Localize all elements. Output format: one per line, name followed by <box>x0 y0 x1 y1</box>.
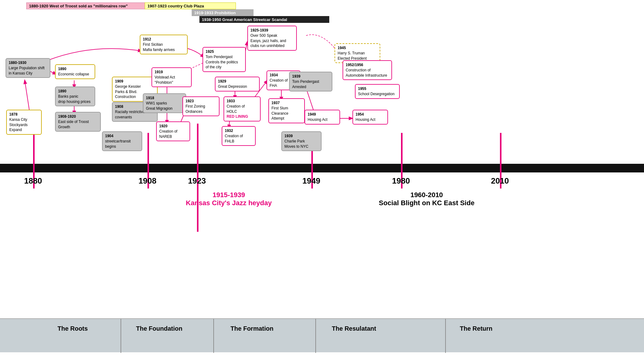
event-1890-economic-collapse: 1890 Economic collapse <box>55 64 95 79</box>
section-divider-3 <box>315 319 316 353</box>
event-1955-school-desegregation: 1955 School Desegregation <box>355 84 400 99</box>
section-divider-2 <box>213 319 214 353</box>
event-1880-1930-population: 1880-1930 Large Population shiftin Kansa… <box>6 58 50 78</box>
banner-prohibition: 1919-1933 Prohibition <box>192 9 254 16</box>
event-1949-housing-act: 1949 Housing Act <box>305 110 340 125</box>
year-1980: 1980 <box>392 176 410 186</box>
event-1937-first-slum-clearance: 1937 First SlumClearanceAttempt <box>268 98 305 123</box>
section-label-foundation: The Foundation <box>121 325 198 332</box>
event-1929-great-depression: 1929 Great Depression <box>215 77 260 91</box>
event-1918-ww1-great-migration: 1918 WW1 sparksGreat Migragion <box>143 93 186 113</box>
event-1890-banks-panic: 1890 Banks panicdrop housing prices <box>55 87 95 106</box>
year-1949: 1949 <box>302 176 320 186</box>
arrows-overlay <box>0 0 644 321</box>
event-1904-streetcar: 1904 streetcar/transitbegins <box>102 131 142 151</box>
year-1923: 1923 <box>188 176 206 186</box>
section-label-resultant: The Resulatant <box>315 325 393 332</box>
banner-country-club: 1907-1923 country Club Plaza <box>145 2 236 9</box>
section-label-return: The Return <box>445 325 507 332</box>
event-1912-first-sicilian-mafia: 1912 First SicilianMafia family arrives <box>140 35 188 54</box>
timeline-axis <box>0 164 644 172</box>
banner-millionaires-row: 1880-1920 West of Troost sold as "millio… <box>26 2 155 9</box>
year-2010: 2010 <box>491 176 509 186</box>
event-1919-volstead-act: 1919 Volstead Act"Prohibton" <box>151 67 192 87</box>
timeline-container: 1880-1920 West of Troost sold as "millio… <box>0 0 644 356</box>
section-label-roots: The Roots <box>34 325 111 332</box>
section-divider-1 <box>121 319 121 353</box>
event-1923-first-zoning: 1923 First ZoningOrdiances <box>182 96 220 116</box>
section-divider-4 <box>445 319 446 353</box>
event-1952-1956-automobile-infrastructure: 1952/1956 Construction ofAutomobile Infr… <box>343 60 392 80</box>
year-1880: 1880 <box>24 176 42 186</box>
section-label-formation: The Formation <box>213 325 291 332</box>
event-1933-holc-red-lining: 1933 Creation ofHOLCRED LINING <box>224 96 261 121</box>
event-1939-charlie-park: 1939 Charlie ParkMoves to NYC <box>281 131 322 151</box>
bottom-bar: The Roots The Foundation The Formation T… <box>0 318 644 352</box>
event-1920-nareb: 1920 Creation ofNAREB <box>156 121 190 141</box>
event-1954-housing-act: 1954 Housing Act <box>352 110 388 125</box>
event-1925-tom-pendergast: 1925 Tom PendergastControls the politics… <box>203 47 246 72</box>
event-1939-tom-pendergast-arrested: 1939 Tom PendergastArrested <box>289 72 332 91</box>
event-1908-1920-east-troost: 1908-1920 East side of TroostGrowth <box>55 112 101 132</box>
year-1908: 1908 <box>139 176 156 186</box>
banner-streetcar-scandal: 1938-1950 Great American Streetcar Scand… <box>199 16 329 23</box>
event-1932-fhlb: 1932 Creation ofFHLB <box>222 126 256 146</box>
event-1925-1939-speakeasies: 1925-1939 Over 500 SpeakEasys, jazz hall… <box>247 26 297 51</box>
era-label-blight: 1960-2010 Social Blight on KC East Side <box>371 191 482 207</box>
event-1878-stockyards: 1878 Kansa CityStockyards Expand <box>6 110 42 135</box>
era-label-jazz: 1915-1939 Kansas City's Jazz heyday <box>182 191 275 207</box>
